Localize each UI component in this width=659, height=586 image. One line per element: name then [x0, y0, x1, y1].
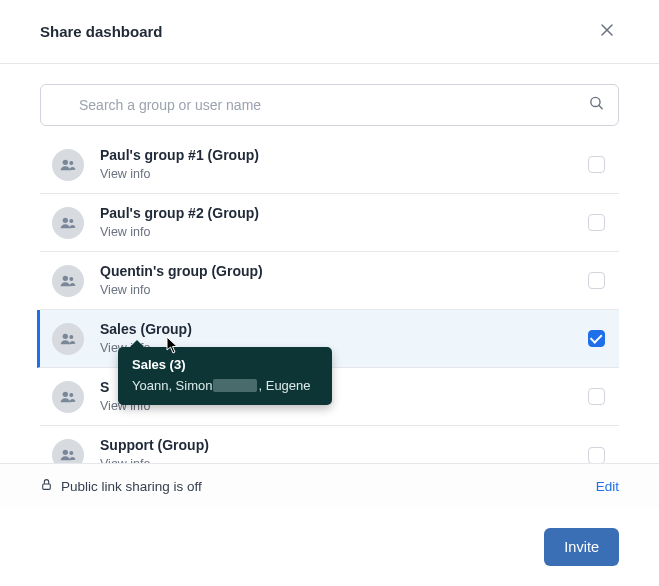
list-item-title: Paul's group #2 (Group) [100, 204, 588, 224]
list-item[interactable]: Paul's group #1 (Group) View info [40, 136, 619, 194]
svg-point-9 [69, 277, 73, 281]
search-icon [588, 95, 605, 116]
tooltip-title: Sales (3) [132, 357, 318, 372]
dialog-body: Paul's group #1 (Group) View info Paul's… [0, 64, 659, 484]
redacted-text [213, 379, 257, 392]
svg-point-4 [63, 159, 68, 164]
edit-public-link-button[interactable]: Edit [596, 479, 619, 494]
dialog-title: Share dashboard [40, 23, 163, 40]
search-box [40, 84, 619, 126]
group-list: Paul's group #1 (Group) View info Paul's… [40, 136, 619, 484]
group-avatar [52, 381, 84, 413]
tooltip-members-suffix: , Eugene [258, 378, 310, 393]
list-item-checkbox[interactable] [588, 388, 605, 405]
list-item-checkbox[interactable] [588, 447, 605, 464]
list-item[interactable]: Paul's group #2 (Group) View info [40, 194, 619, 252]
group-avatar [52, 265, 84, 297]
list-item-title: Paul's group #1 (Group) [100, 146, 588, 166]
view-info-link[interactable]: View info [100, 282, 588, 300]
svg-point-5 [69, 161, 73, 165]
invite-button[interactable]: Invite [544, 528, 619, 566]
svg-point-13 [69, 393, 73, 397]
list-item-text: Quentin's group (Group) View info [100, 262, 588, 299]
svg-point-10 [63, 333, 68, 338]
svg-point-6 [63, 217, 68, 222]
list-item-text: Paul's group #2 (Group) View info [100, 204, 588, 241]
list-item-title: Quentin's group (Group) [100, 262, 588, 282]
group-avatar [52, 149, 84, 181]
close-button[interactable] [595, 18, 619, 45]
list-item-checkbox[interactable] [588, 272, 605, 289]
svg-point-8 [63, 275, 68, 280]
list-item-title: Support (Group) [100, 436, 588, 456]
svg-point-14 [63, 450, 68, 455]
lock-icon [40, 478, 53, 494]
svg-point-12 [63, 392, 68, 397]
public-link-row: Public link sharing is off Edit [0, 463, 659, 508]
list-item-checkbox[interactable] [588, 214, 605, 231]
svg-point-11 [69, 335, 73, 339]
svg-line-3 [599, 105, 602, 108]
action-row: Invite [0, 508, 659, 586]
group-members-tooltip: Sales (3) Yoann, Simon , Eugene [118, 347, 332, 405]
close-icon [599, 22, 615, 41]
dialog-header: Share dashboard [0, 0, 659, 64]
view-info-link[interactable]: View info [100, 224, 588, 242]
list-item-checkbox[interactable] [588, 156, 605, 173]
dialog-footer: Public link sharing is off Edit Invite [0, 463, 659, 586]
list-item-title: Sales (Group) [100, 320, 588, 340]
group-avatar [52, 323, 84, 355]
public-link-status: Public link sharing is off [40, 478, 202, 494]
tooltip-members-prefix: Yoann, Simon [132, 378, 212, 393]
search-input[interactable] [40, 84, 619, 126]
public-link-text: Public link sharing is off [61, 479, 202, 494]
group-avatar [52, 207, 84, 239]
list-item[interactable]: Quentin's group (Group) View info [40, 252, 619, 310]
view-info-link[interactable]: View info [100, 166, 588, 184]
svg-point-7 [69, 219, 73, 223]
list-item-checkbox[interactable] [588, 330, 605, 347]
svg-rect-16 [43, 484, 51, 489]
tooltip-members: Yoann, Simon , Eugene [132, 378, 318, 393]
list-item-text: Paul's group #1 (Group) View info [100, 146, 588, 183]
svg-point-15 [69, 451, 73, 455]
